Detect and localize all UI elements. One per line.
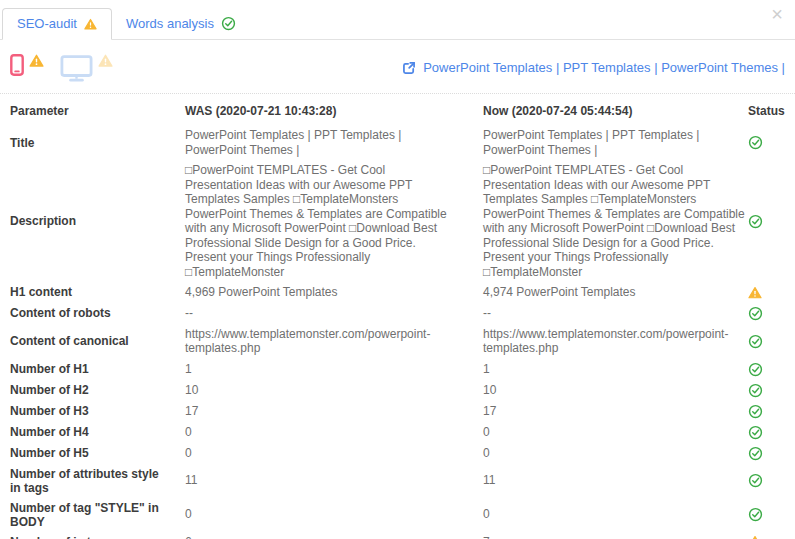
status-ok-icon bbox=[748, 473, 763, 488]
column-header-parameter: Parameter bbox=[10, 104, 185, 118]
now-value: 11 bbox=[483, 473, 748, 488]
column-header-status: Status bbox=[748, 104, 785, 118]
audit-table: Parameter WAS (2020-07-21 10:43:28) Now … bbox=[10, 94, 785, 539]
status-cell bbox=[748, 306, 785, 321]
close-icon[interactable]: × bbox=[771, 4, 783, 24]
status-cell bbox=[748, 535, 785, 539]
parameter-label: Description bbox=[10, 214, 185, 228]
table-row: Number of H111 bbox=[10, 359, 785, 380]
status-cell bbox=[748, 214, 785, 229]
audited-page-link-label: PowerPoint Templates | PPT Templates | P… bbox=[423, 60, 785, 75]
warning-icon-muted bbox=[98, 54, 113, 67]
seo-audit-panel: × SEO-audit Words analysis bbox=[0, 0, 795, 539]
parameter-label: Number of H1 bbox=[10, 362, 185, 376]
tab-seo-audit[interactable]: SEO-audit bbox=[2, 8, 112, 40]
status-cell bbox=[748, 425, 785, 440]
was-value: 17 bbox=[185, 404, 483, 419]
was-value: □PowerPoint TEMPLATES - Get Cool Present… bbox=[185, 163, 483, 279]
parameter-label: Number of H4 bbox=[10, 425, 185, 439]
tab-words-analysis[interactable]: Words analysis bbox=[112, 9, 250, 39]
was-value: 1 bbox=[185, 362, 483, 377]
external-link-icon bbox=[402, 61, 416, 75]
status-cell bbox=[748, 507, 785, 522]
status-ok-icon bbox=[748, 383, 763, 398]
column-header-now: Now (2020-07-24 05:44:54) bbox=[483, 104, 748, 118]
was-value: 11 bbox=[185, 473, 483, 488]
now-value: □PowerPoint TEMPLATES - Get Cool Present… bbox=[483, 163, 748, 279]
parameter-label: Content of canonical bbox=[10, 334, 185, 348]
status-ok-icon bbox=[748, 214, 763, 229]
status-ok-icon bbox=[748, 507, 763, 522]
was-value: 4,969 PowerPoint Templates bbox=[185, 285, 483, 300]
status-cell bbox=[748, 135, 785, 150]
table-row: Number of attributes style in tags1111 bbox=[10, 464, 785, 498]
audited-page-link[interactable]: PowerPoint Templates | PPT Templates | P… bbox=[402, 60, 785, 75]
parameter-label: Number of attributes style in tags bbox=[10, 467, 185, 495]
status-ok-icon bbox=[748, 404, 763, 419]
status-cell bbox=[748, 404, 785, 419]
now-value: https://www.templatemonster.com/powerpoi… bbox=[483, 327, 748, 356]
status-cell bbox=[748, 334, 785, 349]
now-value: 0 bbox=[483, 425, 748, 440]
tab-bar: SEO-audit Words analysis bbox=[0, 0, 795, 40]
column-header-was: WAS (2020-07-21 10:43:28) bbox=[185, 104, 483, 118]
status-ok-icon bbox=[748, 446, 763, 461]
status-ok-icon bbox=[748, 425, 763, 440]
table-row: Number of H31717 bbox=[10, 401, 785, 422]
was-value: 10 bbox=[185, 383, 483, 398]
now-value: 0 bbox=[483, 446, 748, 461]
status-cell bbox=[748, 383, 785, 398]
now-value: -- bbox=[483, 306, 748, 321]
table-row: Description□PowerPoint TEMPLATES - Get C… bbox=[10, 160, 785, 282]
status-warning-icon bbox=[748, 535, 762, 539]
table-row: TitlePowerPoint Templates | PPT Template… bbox=[10, 125, 785, 160]
was-value: 0 bbox=[185, 507, 483, 522]
was-value: -- bbox=[185, 306, 483, 321]
mobile-icon[interactable] bbox=[10, 53, 24, 77]
check-circle-icon bbox=[221, 16, 236, 31]
audit-table-body: TitlePowerPoint Templates | PPT Template… bbox=[10, 125, 785, 539]
parameter-label: Number of tag "STYLE" in BODY bbox=[10, 501, 185, 529]
was-value: https://www.templatemonster.com/powerpoi… bbox=[185, 327, 483, 356]
tab-label: Words analysis bbox=[126, 16, 214, 31]
desktop-icon[interactable] bbox=[60, 55, 93, 82]
table-row: Number of H21010 bbox=[10, 380, 785, 401]
status-warning-icon bbox=[748, 286, 762, 299]
parameter-label: Number of H3 bbox=[10, 404, 185, 418]
parameter-label: Number of js tags bbox=[10, 535, 185, 539]
table-row: Content of canonicalhttps://www.template… bbox=[10, 324, 785, 359]
status-ok-icon bbox=[748, 135, 763, 150]
was-value: 6 bbox=[185, 535, 483, 539]
warning-icon bbox=[29, 54, 44, 67]
was-value: PowerPoint Templates | PPT Templates | P… bbox=[185, 128, 483, 157]
status-cell bbox=[748, 362, 785, 377]
now-value: 10 bbox=[483, 383, 748, 398]
table-row: Number of H500 bbox=[10, 443, 785, 464]
now-value: 7 bbox=[483, 535, 748, 539]
parameter-label: Number of H5 bbox=[10, 446, 185, 460]
was-value: 0 bbox=[185, 446, 483, 461]
status-cell bbox=[748, 446, 785, 461]
tab-label: SEO-audit bbox=[17, 16, 77, 31]
was-value: 0 bbox=[185, 425, 483, 440]
now-value: 17 bbox=[483, 404, 748, 419]
status-ok-icon bbox=[748, 334, 763, 349]
parameter-label: Number of H2 bbox=[10, 383, 185, 397]
now-value: 1 bbox=[483, 362, 748, 377]
parameter-label: Title bbox=[10, 136, 185, 150]
toolbar: PowerPoint Templates | PPT Templates | P… bbox=[0, 40, 795, 93]
parameter-label: H1 content bbox=[10, 285, 185, 299]
status-ok-icon bbox=[748, 306, 763, 321]
device-switcher bbox=[10, 53, 113, 82]
status-cell bbox=[748, 473, 785, 488]
table-row: Number of H400 bbox=[10, 422, 785, 443]
table-row: Content of robots---- bbox=[10, 303, 785, 324]
parameter-label: Content of robots bbox=[10, 306, 185, 320]
table-row: H1 content4,969 PowerPoint Templates4,97… bbox=[10, 282, 785, 303]
table-row: Number of tag "STYLE" in BODY00 bbox=[10, 498, 785, 532]
now-value: 4,974 PowerPoint Templates bbox=[483, 285, 748, 300]
now-value: 0 bbox=[483, 507, 748, 522]
table-row: Number of js tags67 bbox=[10, 532, 785, 539]
status-ok-icon bbox=[748, 362, 763, 377]
warning-icon bbox=[84, 18, 97, 30]
